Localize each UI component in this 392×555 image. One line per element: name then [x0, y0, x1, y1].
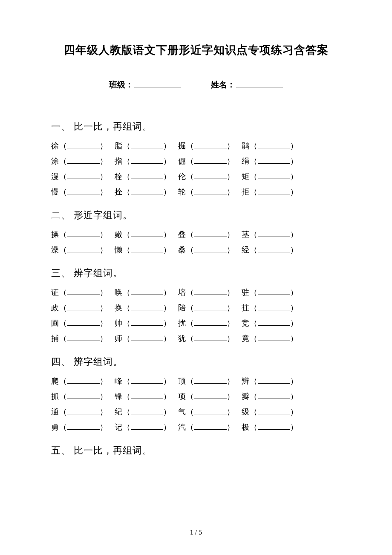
answer-blank[interactable]: [258, 406, 290, 414]
character: 慢: [51, 184, 59, 199]
answer-blank[interactable]: [67, 171, 100, 179]
right-paren: ）: [100, 227, 108, 242]
answer-blank[interactable]: [258, 229, 290, 237]
answer-blank[interactable]: [67, 156, 100, 164]
answer-blank[interactable]: [194, 156, 227, 164]
answer-blank[interactable]: [194, 302, 227, 310]
answer-blank[interactable]: [67, 318, 100, 326]
answer-blank[interactable]: [131, 244, 163, 252]
answer-blank[interactable]: [67, 229, 100, 237]
answer-blank[interactable]: [67, 333, 100, 341]
answer-blank[interactable]: [258, 422, 290, 430]
answer-blank[interactable]: [131, 406, 163, 414]
right-paren: ）: [163, 315, 171, 331]
right-paren: ）: [290, 389, 298, 404]
answer-blank[interactable]: [67, 422, 100, 430]
character: 操: [51, 227, 59, 242]
right-paren: ）: [290, 242, 298, 257]
character: 嫩: [115, 227, 123, 242]
answer-blank[interactable]: [194, 318, 227, 326]
right-paren: ）: [227, 138, 235, 153]
character: 犹: [178, 331, 186, 346]
answer-blank[interactable]: [131, 140, 163, 148]
answer-blank[interactable]: [258, 186, 290, 194]
class-input-blank[interactable]: [134, 78, 181, 87]
left-paren: （: [59, 389, 67, 404]
answer-blank[interactable]: [258, 244, 290, 252]
left-paren: （: [250, 184, 258, 199]
answer-blank[interactable]: [194, 186, 227, 194]
right-paren: ）: [290, 227, 298, 242]
name-input-blank[interactable]: [236, 78, 283, 87]
right-paren: ）: [227, 419, 235, 435]
answer-blank[interactable]: [194, 376, 227, 384]
answer-blank[interactable]: [258, 171, 290, 179]
answer-blank[interactable]: [258, 302, 290, 310]
answer-blank[interactable]: [131, 318, 163, 326]
right-paren: ）: [227, 331, 235, 346]
answer-blank[interactable]: [67, 302, 100, 310]
character: 辫: [242, 373, 250, 389]
answer-blank[interactable]: [67, 287, 100, 295]
exercise-cell: 栓（）: [115, 169, 171, 184]
right-paren: ）: [227, 285, 235, 300]
answer-blank[interactable]: [194, 391, 227, 399]
answer-blank[interactable]: [194, 406, 227, 414]
answer-blank[interactable]: [67, 391, 100, 399]
answer-blank[interactable]: [131, 171, 163, 179]
left-paren: （: [59, 373, 67, 389]
answer-blank[interactable]: [258, 287, 290, 295]
answer-blank[interactable]: [67, 406, 100, 414]
answer-blank[interactable]: [258, 391, 290, 399]
exercise-cell: 犹（）: [178, 331, 235, 346]
exercise-cell: 竟（）: [242, 331, 298, 346]
character: 桑: [178, 242, 186, 257]
exercise-cell: 慢（）: [51, 184, 108, 199]
left-paren: （: [186, 242, 194, 257]
exercise-cell: 漫（）: [51, 169, 108, 184]
right-paren: ）: [100, 331, 108, 346]
answer-blank[interactable]: [258, 156, 290, 164]
answer-blank[interactable]: [131, 287, 163, 295]
right-paren: ）: [100, 242, 108, 257]
exercise-cell: 徐（）: [51, 138, 108, 153]
right-paren: ）: [290, 184, 298, 199]
answer-blank[interactable]: [67, 244, 100, 252]
answer-blank[interactable]: [131, 376, 163, 384]
character: 澡: [51, 242, 59, 257]
left-paren: （: [250, 419, 258, 435]
answer-blank[interactable]: [194, 171, 227, 179]
section-title: 辨字组词。: [71, 268, 123, 278]
right-paren: ）: [100, 419, 108, 435]
answer-blank[interactable]: [67, 140, 100, 148]
answer-blank[interactable]: [258, 318, 290, 326]
answer-blank[interactable]: [131, 422, 163, 430]
answer-blank[interactable]: [194, 422, 227, 430]
character: 汽: [178, 419, 186, 435]
section-title: 比一比，再组词。: [71, 121, 152, 132]
answer-blank[interactable]: [194, 333, 227, 341]
answer-blank[interactable]: [131, 333, 163, 341]
right-paren: ）: [100, 184, 108, 199]
answer-blank[interactable]: [67, 186, 100, 194]
left-paren: （: [250, 169, 258, 184]
answer-blank[interactable]: [258, 376, 290, 384]
answer-blank[interactable]: [131, 229, 163, 237]
answer-blank[interactable]: [194, 140, 227, 148]
answer-blank[interactable]: [194, 244, 227, 252]
answer-blank[interactable]: [258, 333, 290, 341]
right-paren: ）: [227, 404, 235, 419]
answer-blank[interactable]: [131, 302, 163, 310]
right-paren: ）: [163, 373, 171, 389]
right-paren: ）: [163, 389, 171, 404]
answer-blank[interactable]: [131, 156, 163, 164]
answer-blank[interactable]: [194, 229, 227, 237]
answer-blank[interactable]: [194, 287, 227, 295]
answer-blank[interactable]: [131, 186, 163, 194]
answer-blank[interactable]: [67, 376, 100, 384]
answer-blank[interactable]: [258, 140, 290, 148]
answer-blank[interactable]: [131, 391, 163, 399]
exercise-cell: 扰（）: [178, 315, 235, 331]
character: 轮: [178, 184, 186, 199]
left-paren: （: [123, 331, 131, 346]
